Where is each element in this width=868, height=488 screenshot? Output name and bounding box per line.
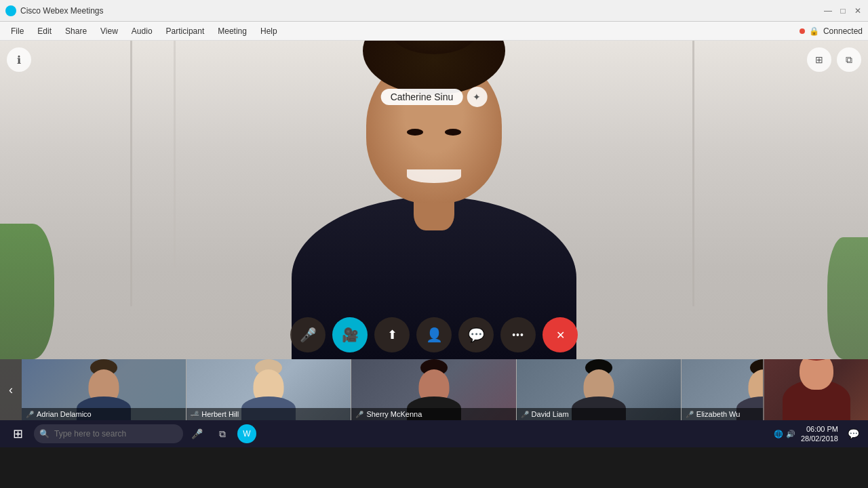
mic-icon-3: 🎤 [355, 411, 363, 418]
menu-meeting[interactable]: Meeting [212, 25, 252, 37]
info-button[interactable]: ℹ [7, 47, 31, 72]
participant-thumbnails: 🎤 Adrian Delamico 🎤 Herbert Hill [22, 359, 846, 420]
chat-button[interactable]: 💬 [458, 317, 494, 352]
chat-icon: 💬 [468, 327, 485, 343]
top-right-controls: ⊞ ⧉ [807, 47, 861, 72]
taskbar-right: 🌐 🔊 06:00 PM 28/02/2018 💬 [774, 424, 863, 444]
share-button[interactable]: ⬆ [374, 317, 410, 352]
menu-audio[interactable]: Audio [126, 25, 158, 37]
share-icon: ⬆ [387, 327, 397, 342]
menu-view[interactable]: View [95, 25, 123, 37]
participant-strip: ‹ 🎤 Adrian Delamico [0, 359, 868, 420]
mic-icon-2: 🎤 [191, 411, 199, 418]
menu-file[interactable]: File [5, 25, 29, 37]
mic-icon-5: 🎤 [686, 411, 694, 418]
participant-label-1: Adrian Delamico [37, 410, 92, 418]
close-button[interactable]: ✕ [853, 6, 863, 16]
clock-date: 28/02/2018 [801, 434, 838, 443]
participant-thumb-4[interactable]: 🎤 David Liam [517, 359, 682, 420]
mic-icon-4: 🎤 [521, 411, 529, 418]
title-bar: Cisco Webex Meetings — □ ✕ [0, 0, 868, 22]
speaker-name-badge: Catherine Sinu ✦ [381, 87, 488, 107]
maximize-button[interactable]: □ [838, 6, 848, 16]
popout-icon: ⧉ [846, 54, 852, 66]
webex-taskbar-button[interactable]: W [237, 424, 256, 443]
participant-label-4: David Liam [532, 410, 569, 418]
participant-name-3: 🎤 Sherry McKenna [351, 408, 515, 420]
end-call-button[interactable]: ✕ [542, 317, 578, 352]
search-input[interactable] [34, 424, 183, 443]
strip-prev-button[interactable]: ‹ [0, 359, 22, 420]
popout-button[interactable]: ⧉ [837, 47, 861, 72]
menu-help[interactable]: Help [255, 25, 283, 37]
task-view-button[interactable]: ⧉ [213, 424, 232, 443]
spotlight-button[interactable]: ✦ [467, 87, 487, 107]
taskbar-apps: ⧉ W [213, 424, 256, 443]
notification-button[interactable]: 💬 [844, 424, 863, 443]
participant-label-5: Elizabeth Wu [696, 410, 741, 418]
video-button[interactable]: 🎥 [332, 317, 368, 352]
status-dot [800, 28, 805, 34]
connection-status: 🔒 Connected [800, 26, 863, 36]
star-icon: ✦ [473, 92, 481, 102]
participant-name-1: 🎤 Adrian Delamico [22, 408, 186, 420]
participant-label-2: Herbert Hill [201, 410, 239, 418]
participants-icon: 👤 [426, 327, 443, 343]
grid-icon: ⊞ [815, 54, 823, 65]
more-options-button[interactable]: ••• [500, 317, 536, 352]
app-icon [5, 5, 16, 16]
system-icons: 🌐 🔊 [774, 430, 795, 439]
end-icon: ✕ [556, 329, 565, 342]
mic-icon-1: 🎤 [26, 411, 34, 418]
participant-thumb-1[interactable]: 🎤 Adrian Delamico [22, 359, 186, 420]
grid-view-button[interactable]: ⊞ [807, 47, 831, 72]
participant-name-4: 🎤 David Liam [517, 408, 681, 420]
more-icon: ••• [512, 329, 524, 340]
meeting-controls: 🎤 🎥 ⬆ 👤 💬 ••• ✕ [290, 317, 578, 352]
clock-time: 06:00 PM [801, 424, 838, 434]
taskbar: ⊞ 🔍 🎤 ⧉ W 🌐 🔊 06:00 PM 28/02/2018 💬 [0, 420, 868, 447]
menu-participant[interactable]: Participant [161, 25, 210, 37]
menu-bar: File Edit Share View Audio Participant M… [0, 22, 868, 41]
microphone-icon: 🎤 [300, 327, 317, 343]
connected-label: Connected [823, 26, 863, 36]
menu-edit[interactable]: Edit [32, 25, 57, 37]
mute-button[interactable]: 🎤 [290, 317, 326, 352]
volume-icon: 🔊 [786, 430, 795, 439]
minimize-button[interactable]: — [823, 6, 833, 16]
participant-thumb-2[interactable]: 🎤 Herbert Hill [186, 359, 351, 420]
app-title: Cisco Webex Meetings [20, 6, 823, 16]
network-icon: 🌐 [774, 430, 783, 439]
speaker-name: Catherine Sinu [381, 89, 463, 105]
cortana-mic-button[interactable]: 🎤 [187, 424, 206, 443]
participants-button[interactable]: 👤 [416, 317, 452, 352]
clock: 06:00 PM 28/02/2018 [801, 424, 838, 444]
participant-name-2: 🎤 Herbert Hill [186, 408, 351, 420]
main-video-area: ℹ Catherine Sinu ✦ ⊞ ⧉ 🎤 🎥 ⬆ 👤 💬 [0, 41, 868, 420]
participant-thumb-3[interactable]: 🎤 Sherry McKenna [351, 359, 516, 420]
lock-icon: 🔒 [809, 26, 819, 36]
self-view-thumbnail [763, 359, 868, 420]
menu-share[interactable]: Share [60, 25, 92, 37]
search-wrapper: 🔍 [34, 424, 183, 443]
window-controls: — □ ✕ [823, 6, 863, 16]
camera-icon: 🎥 [342, 327, 359, 343]
participant-label-3: Sherry McKenna [366, 410, 422, 418]
start-button[interactable]: ⊞ [5, 423, 30, 445]
info-icon: ℹ [17, 54, 21, 66]
